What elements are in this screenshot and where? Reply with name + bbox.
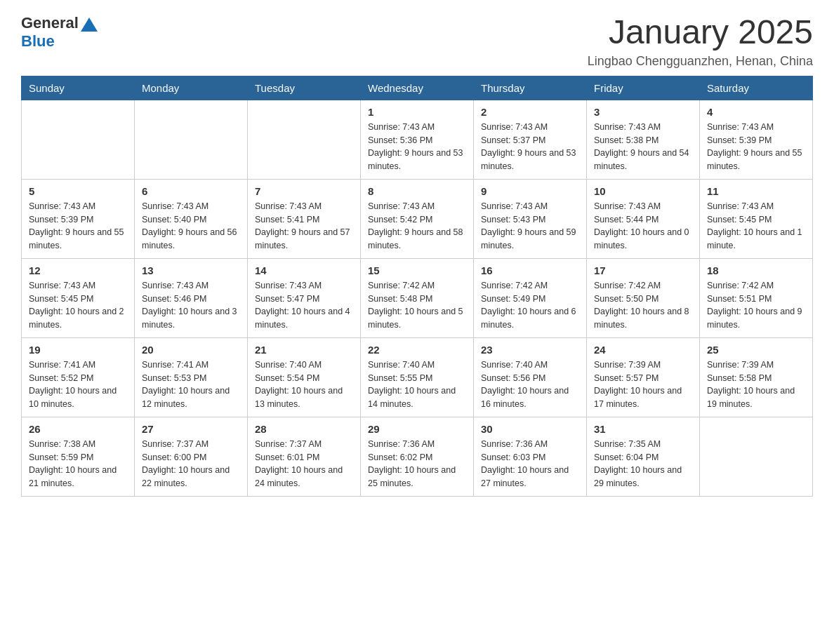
header-cell-monday: Monday [135, 76, 248, 100]
day-cell: 12Sunrise: 7:43 AM Sunset: 5:45 PM Dayli… [22, 258, 135, 337]
day-number: 18 [707, 264, 805, 276]
day-number: 27 [142, 423, 240, 435]
day-number: 28 [255, 423, 353, 435]
day-cell: 10Sunrise: 7:43 AM Sunset: 5:44 PM Dayli… [587, 179, 700, 258]
day-info: Sunrise: 7:43 AM Sunset: 5:47 PM Dayligh… [255, 279, 353, 332]
day-number: 29 [368, 423, 466, 435]
location-subtitle: Lingbao Chengguanzhen, Henan, China [588, 54, 813, 69]
week-row-5: 26Sunrise: 7:38 AM Sunset: 5:59 PM Dayli… [22, 417, 813, 496]
day-info: Sunrise: 7:43 AM Sunset: 5:39 PM Dayligh… [29, 200, 127, 253]
day-cell: 8Sunrise: 7:43 AM Sunset: 5:42 PM Daylig… [361, 179, 474, 258]
day-number: 13 [142, 264, 240, 276]
day-cell: 14Sunrise: 7:43 AM Sunset: 5:47 PM Dayli… [248, 258, 361, 337]
day-cell: 18Sunrise: 7:42 AM Sunset: 5:51 PM Dayli… [700, 258, 813, 337]
day-info: Sunrise: 7:35 AM Sunset: 6:04 PM Dayligh… [594, 438, 692, 490]
day-number: 10 [594, 185, 692, 197]
day-cell: 27Sunrise: 7:37 AM Sunset: 6:00 PM Dayli… [135, 417, 248, 496]
header-cell-friday: Friday [587, 76, 700, 100]
day-info: Sunrise: 7:39 AM Sunset: 5:57 PM Dayligh… [594, 358, 692, 411]
day-number: 23 [481, 344, 579, 356]
day-number: 14 [255, 264, 353, 276]
day-info: Sunrise: 7:36 AM Sunset: 6:03 PM Dayligh… [481, 438, 579, 490]
logo-triangle-icon [81, 18, 98, 32]
day-cell [700, 417, 813, 496]
day-number: 1 [368, 106, 466, 118]
day-info: Sunrise: 7:43 AM Sunset: 5:40 PM Dayligh… [142, 200, 240, 253]
day-info: Sunrise: 7:42 AM Sunset: 5:49 PM Dayligh… [481, 279, 579, 332]
day-cell: 20Sunrise: 7:41 AM Sunset: 5:53 PM Dayli… [135, 337, 248, 417]
day-number: 8 [368, 185, 466, 197]
day-number: 21 [255, 344, 353, 356]
day-cell: 25Sunrise: 7:39 AM Sunset: 5:58 PM Dayli… [700, 337, 813, 417]
day-number: 7 [255, 185, 353, 197]
day-number: 3 [594, 106, 692, 118]
day-info: Sunrise: 7:42 AM Sunset: 5:51 PM Dayligh… [707, 279, 805, 332]
day-cell: 6Sunrise: 7:43 AM Sunset: 5:40 PM Daylig… [135, 179, 248, 258]
day-number: 9 [481, 185, 579, 197]
day-number: 12 [29, 264, 127, 276]
calendar-header: SundayMondayTuesdayWednesdayThursdayFrid… [22, 76, 813, 100]
day-info: Sunrise: 7:36 AM Sunset: 6:02 PM Dayligh… [368, 438, 466, 490]
header-cell-wednesday: Wednesday [361, 76, 474, 100]
day-number: 24 [594, 344, 692, 356]
week-row-2: 5Sunrise: 7:43 AM Sunset: 5:39 PM Daylig… [22, 179, 813, 258]
calendar-body: 1Sunrise: 7:43 AM Sunset: 5:36 PM Daylig… [22, 100, 813, 496]
day-info: Sunrise: 7:43 AM Sunset: 5:44 PM Dayligh… [594, 200, 692, 253]
day-number: 17 [594, 264, 692, 276]
day-cell: 2Sunrise: 7:43 AM Sunset: 5:37 PM Daylig… [474, 100, 587, 179]
day-cell: 13Sunrise: 7:43 AM Sunset: 5:46 PM Dayli… [135, 258, 248, 337]
day-info: Sunrise: 7:43 AM Sunset: 5:39 PM Dayligh… [707, 121, 805, 173]
day-number: 31 [594, 423, 692, 435]
day-cell: 1Sunrise: 7:43 AM Sunset: 5:36 PM Daylig… [361, 100, 474, 179]
day-info: Sunrise: 7:43 AM Sunset: 5:43 PM Dayligh… [481, 200, 579, 253]
page-header: General Blue January 2025 Lingbao Chengg… [21, 14, 813, 69]
day-info: Sunrise: 7:42 AM Sunset: 5:48 PM Dayligh… [368, 279, 466, 332]
day-cell: 28Sunrise: 7:37 AM Sunset: 6:01 PM Dayli… [248, 417, 361, 496]
day-cell: 31Sunrise: 7:35 AM Sunset: 6:04 PM Dayli… [587, 417, 700, 496]
day-info: Sunrise: 7:39 AM Sunset: 5:58 PM Dayligh… [707, 358, 805, 411]
day-info: Sunrise: 7:38 AM Sunset: 5:59 PM Dayligh… [29, 438, 127, 490]
logo-general: General [21, 14, 79, 32]
day-info: Sunrise: 7:43 AM Sunset: 5:37 PM Dayligh… [481, 121, 579, 173]
header-cell-sunday: Sunday [22, 76, 135, 100]
month-title: January 2025 [588, 14, 813, 51]
day-cell: 17Sunrise: 7:42 AM Sunset: 5:50 PM Dayli… [587, 258, 700, 337]
day-number: 15 [368, 264, 466, 276]
day-number: 4 [707, 106, 805, 118]
day-cell: 4Sunrise: 7:43 AM Sunset: 5:39 PM Daylig… [700, 100, 813, 179]
day-cell: 7Sunrise: 7:43 AM Sunset: 5:41 PM Daylig… [248, 179, 361, 258]
day-cell: 19Sunrise: 7:41 AM Sunset: 5:52 PM Dayli… [22, 337, 135, 417]
day-cell: 9Sunrise: 7:43 AM Sunset: 5:43 PM Daylig… [474, 179, 587, 258]
day-info: Sunrise: 7:37 AM Sunset: 6:00 PM Dayligh… [142, 438, 240, 490]
day-cell: 26Sunrise: 7:38 AM Sunset: 5:59 PM Dayli… [22, 417, 135, 496]
day-cell: 3Sunrise: 7:43 AM Sunset: 5:38 PM Daylig… [587, 100, 700, 179]
day-number: 16 [481, 264, 579, 276]
day-number: 25 [707, 344, 805, 356]
day-cell: 15Sunrise: 7:42 AM Sunset: 5:48 PM Dayli… [361, 258, 474, 337]
day-cell: 16Sunrise: 7:42 AM Sunset: 5:49 PM Dayli… [474, 258, 587, 337]
day-number: 2 [481, 106, 579, 118]
day-number: 26 [29, 423, 127, 435]
header-row: SundayMondayTuesdayWednesdayThursdayFrid… [22, 76, 813, 100]
day-cell: 22Sunrise: 7:40 AM Sunset: 5:55 PM Dayli… [361, 337, 474, 417]
day-number: 6 [142, 185, 240, 197]
logo: General Blue [21, 14, 98, 51]
day-info: Sunrise: 7:43 AM Sunset: 5:42 PM Dayligh… [368, 200, 466, 253]
day-number: 20 [142, 344, 240, 356]
week-row-3: 12Sunrise: 7:43 AM Sunset: 5:45 PM Dayli… [22, 258, 813, 337]
day-cell: 21Sunrise: 7:40 AM Sunset: 5:54 PM Dayli… [248, 337, 361, 417]
day-number: 22 [368, 344, 466, 356]
header-cell-tuesday: Tuesday [248, 76, 361, 100]
day-info: Sunrise: 7:43 AM Sunset: 5:45 PM Dayligh… [707, 200, 805, 253]
day-info: Sunrise: 7:43 AM Sunset: 5:45 PM Dayligh… [29, 279, 127, 332]
day-cell: 5Sunrise: 7:43 AM Sunset: 5:39 PM Daylig… [22, 179, 135, 258]
day-info: Sunrise: 7:41 AM Sunset: 5:53 PM Dayligh… [142, 358, 240, 411]
day-cell: 29Sunrise: 7:36 AM Sunset: 6:02 PM Dayli… [361, 417, 474, 496]
day-info: Sunrise: 7:43 AM Sunset: 5:38 PM Dayligh… [594, 121, 692, 173]
day-cell [22, 100, 135, 179]
week-row-1: 1Sunrise: 7:43 AM Sunset: 5:36 PM Daylig… [22, 100, 813, 179]
day-cell: 11Sunrise: 7:43 AM Sunset: 5:45 PM Dayli… [700, 179, 813, 258]
day-info: Sunrise: 7:43 AM Sunset: 5:41 PM Dayligh… [255, 200, 353, 253]
day-info: Sunrise: 7:40 AM Sunset: 5:54 PM Dayligh… [255, 358, 353, 411]
day-info: Sunrise: 7:37 AM Sunset: 6:01 PM Dayligh… [255, 438, 353, 490]
